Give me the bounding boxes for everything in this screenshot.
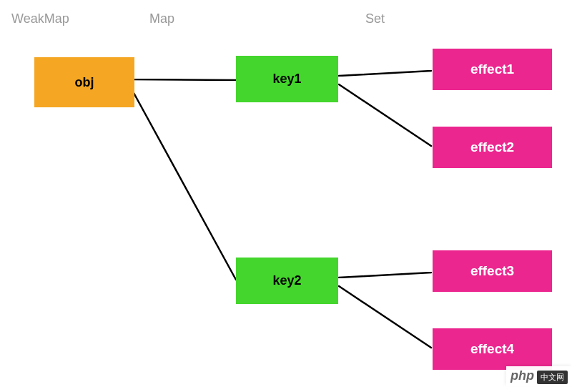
svg-line-2 xyxy=(339,71,431,76)
node-effect4: effect4 xyxy=(433,328,552,370)
svg-line-4 xyxy=(339,273,431,278)
watermark-brand: php xyxy=(511,368,534,383)
svg-line-0 xyxy=(133,79,236,80)
header-set: Set xyxy=(365,11,385,26)
node-key2: key2 xyxy=(236,258,338,304)
node-effect3: effect3 xyxy=(433,250,552,292)
header-weakmap: WeakMap xyxy=(11,11,69,26)
svg-line-5 xyxy=(339,286,431,348)
node-key1: key1 xyxy=(236,56,338,102)
watermark-suffix: 中文网 xyxy=(537,371,568,384)
svg-line-3 xyxy=(339,84,431,146)
node-effect1: effect1 xyxy=(433,49,552,90)
node-effect2: effect2 xyxy=(433,127,552,168)
watermark: php 中文网 xyxy=(506,366,572,386)
header-map: Map xyxy=(149,11,174,26)
node-obj: obj xyxy=(34,57,134,107)
svg-line-1 xyxy=(133,92,236,280)
